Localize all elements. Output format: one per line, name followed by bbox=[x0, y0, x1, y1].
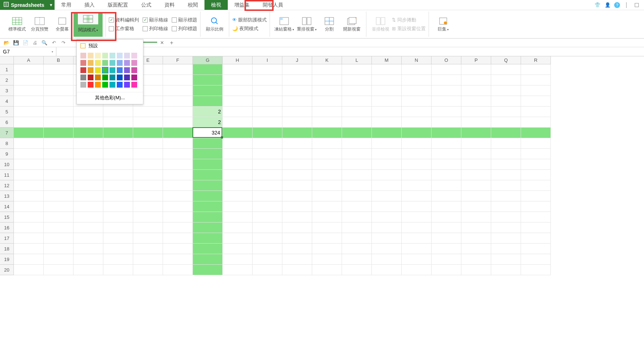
cell[interactable] bbox=[402, 233, 432, 244]
color-swatch[interactable] bbox=[102, 75, 108, 80]
cell[interactable] bbox=[73, 117, 103, 128]
menu-tab-developer[interactable]: 開發人員 bbox=[256, 0, 290, 10]
cell[interactable] bbox=[44, 191, 73, 201]
print-icon[interactable]: 🖨 bbox=[32, 40, 38, 46]
cell[interactable] bbox=[461, 254, 491, 265]
cell[interactable] bbox=[133, 212, 163, 222]
row-header[interactable]: 14 bbox=[0, 201, 14, 212]
cell[interactable] bbox=[491, 159, 521, 170]
color-swatch[interactable] bbox=[80, 75, 86, 80]
app-dropdown[interactable]: ▾ bbox=[48, 0, 55, 10]
row-header[interactable]: 12 bbox=[0, 180, 14, 191]
cell[interactable] bbox=[44, 212, 73, 222]
color-swatch[interactable] bbox=[95, 82, 101, 88]
cell[interactable] bbox=[491, 222, 521, 233]
cell[interactable] bbox=[312, 212, 342, 222]
column-header[interactable]: I bbox=[253, 56, 282, 64]
name-box[interactable]: G7 ▾ bbox=[0, 47, 56, 56]
cell[interactable] bbox=[312, 85, 342, 96]
cell[interactable] bbox=[223, 75, 253, 85]
color-swatch[interactable] bbox=[131, 60, 137, 66]
row-header[interactable]: 16 bbox=[0, 222, 14, 233]
cell[interactable] bbox=[103, 117, 133, 128]
split-button[interactable]: 分割 bbox=[318, 12, 341, 37]
column-header[interactable]: M bbox=[372, 56, 402, 64]
cell[interactable] bbox=[461, 201, 491, 212]
cell[interactable] bbox=[432, 85, 461, 96]
macros-button[interactable]: 巨集▾ bbox=[432, 12, 454, 37]
cell[interactable] bbox=[372, 201, 402, 212]
cell[interactable] bbox=[44, 149, 73, 159]
cell[interactable] bbox=[193, 254, 223, 265]
cell[interactable] bbox=[133, 117, 163, 128]
cell[interactable] bbox=[223, 170, 253, 180]
color-swatch[interactable] bbox=[124, 60, 130, 66]
cell[interactable] bbox=[163, 128, 193, 138]
cell[interactable] bbox=[491, 265, 521, 275]
row-header[interactable]: 4 bbox=[0, 96, 14, 107]
cell[interactable] bbox=[312, 138, 342, 149]
cell[interactable] bbox=[223, 96, 253, 107]
cell[interactable] bbox=[461, 233, 491, 244]
column-header[interactable]: P bbox=[461, 56, 491, 64]
cell[interactable] bbox=[163, 191, 193, 201]
cell[interactable] bbox=[432, 138, 461, 149]
cell[interactable] bbox=[342, 180, 372, 191]
cell[interactable] bbox=[133, 149, 163, 159]
cell[interactable] bbox=[223, 138, 253, 149]
cell[interactable] bbox=[253, 75, 282, 85]
cell[interactable] bbox=[521, 107, 551, 117]
cell[interactable] bbox=[372, 138, 402, 149]
column-header[interactable]: R bbox=[521, 56, 551, 64]
cell[interactable] bbox=[372, 180, 402, 191]
row-header[interactable]: 11 bbox=[0, 170, 14, 180]
cell[interactable] bbox=[491, 107, 521, 117]
cell[interactable] bbox=[163, 265, 193, 275]
cell[interactable] bbox=[103, 212, 133, 222]
cell[interactable] bbox=[223, 180, 253, 191]
menu-tab-data[interactable]: 資料 bbox=[158, 0, 181, 10]
cell[interactable] bbox=[461, 212, 491, 222]
cell[interactable] bbox=[223, 117, 253, 128]
row-header[interactable]: 19 bbox=[0, 254, 14, 265]
cell[interactable] bbox=[521, 201, 551, 212]
cell[interactable] bbox=[461, 191, 491, 201]
cell[interactable] bbox=[73, 180, 103, 191]
cell[interactable] bbox=[402, 180, 432, 191]
cell[interactable] bbox=[372, 254, 402, 265]
cell[interactable] bbox=[521, 244, 551, 254]
cell[interactable] bbox=[282, 159, 312, 170]
cell[interactable] bbox=[253, 85, 282, 96]
cell[interactable] bbox=[521, 85, 551, 96]
cell[interactable] bbox=[342, 85, 372, 96]
cell[interactable] bbox=[432, 96, 461, 107]
cell[interactable] bbox=[223, 201, 253, 212]
cell[interactable] bbox=[461, 138, 491, 149]
cell[interactable] bbox=[73, 149, 103, 159]
cell[interactable] bbox=[432, 128, 461, 138]
cell[interactable] bbox=[312, 233, 342, 244]
select-all-corner[interactable] bbox=[0, 56, 14, 64]
cell[interactable] bbox=[282, 180, 312, 191]
cell[interactable] bbox=[253, 180, 282, 191]
cell[interactable] bbox=[402, 107, 432, 117]
cell[interactable] bbox=[491, 96, 521, 107]
color-swatch[interactable] bbox=[95, 60, 101, 66]
cell[interactable] bbox=[402, 244, 432, 254]
cell[interactable] bbox=[342, 96, 372, 107]
cell[interactable] bbox=[461, 170, 491, 180]
cell[interactable] bbox=[73, 222, 103, 233]
cell[interactable] bbox=[521, 117, 551, 128]
cell[interactable] bbox=[282, 212, 312, 222]
cell[interactable] bbox=[73, 201, 103, 212]
cell[interactable] bbox=[342, 64, 372, 75]
cell[interactable] bbox=[461, 265, 491, 275]
cell[interactable] bbox=[432, 233, 461, 244]
cell[interactable] bbox=[163, 244, 193, 254]
cell[interactable] bbox=[372, 265, 402, 275]
cell[interactable] bbox=[163, 159, 193, 170]
cell[interactable] bbox=[342, 128, 372, 138]
cell[interactable] bbox=[342, 254, 372, 265]
cell[interactable] bbox=[193, 212, 223, 222]
cell[interactable] bbox=[432, 64, 461, 75]
